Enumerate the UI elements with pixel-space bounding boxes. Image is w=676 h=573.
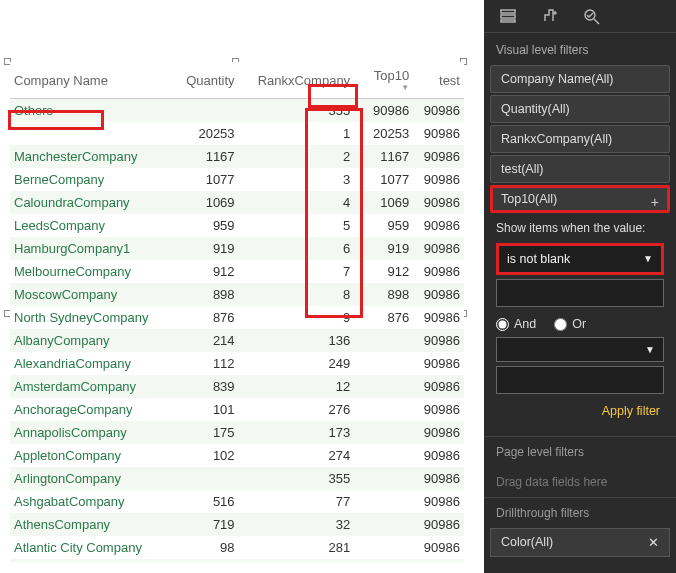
cell-company: AlexandriaCompany <box>10 352 174 375</box>
cell-top10 <box>354 421 413 444</box>
condition-dropdown[interactable]: is not blank▼ <box>496 243 664 275</box>
table-row[interactable]: AppletonCompany10227490986 <box>10 444 464 467</box>
page-filters-heading: Page level filters <box>484 436 676 467</box>
table-visual[interactable]: Company Name Quantity RankxCompany Top10… <box>10 62 464 562</box>
cell-top10: 1167 <box>354 145 413 168</box>
cell-rankx: 8 <box>239 283 355 306</box>
analytics-tab-icon[interactable] <box>582 6 602 26</box>
cell-company: ManchesterCompany <box>10 145 174 168</box>
cell-top10: 919 <box>354 237 413 260</box>
cell-qty: 175 <box>174 421 239 444</box>
cell-qty: 516 <box>174 490 239 513</box>
cell-company: AnchorageCompany <box>10 398 174 421</box>
filter-card-rankx[interactable]: RankxCompany(All) <box>490 125 670 153</box>
table-row[interactable]: AlexandriaCompany11224990986 <box>10 352 464 375</box>
condition2-dropdown[interactable]: ▼ <box>496 337 664 362</box>
cell-top10 <box>354 559 413 562</box>
cell-rankx: 274 <box>239 444 355 467</box>
cell-qty <box>174 99 239 123</box>
condition2-value-input[interactable] <box>496 366 664 394</box>
cell-test: 90986 <box>413 421 464 444</box>
filter-card-color[interactable]: Color(All)✕ <box>490 528 670 557</box>
or-radio[interactable]: Or <box>554 317 586 331</box>
filter-card-company[interactable]: Company Name(All) <box>490 65 670 93</box>
cell-rankx: 276 <box>239 398 355 421</box>
and-radio[interactable]: And <box>496 317 536 331</box>
cell-company: AthensCompany <box>10 513 174 536</box>
table-row[interactable]: 2025312025390986 <box>10 122 464 145</box>
cell-qty: 98 <box>174 536 239 559</box>
table-row[interactable]: North SydneyCompany876987690986 <box>10 306 464 329</box>
cell-company: MoscowCompany <box>10 283 174 306</box>
table-row[interactable]: Others3559098690986 <box>10 99 464 123</box>
cell-rankx: 355 <box>239 467 355 490</box>
filter-card-quantity[interactable]: Quantity(All) <box>490 95 670 123</box>
cell-qty: 137 <box>174 559 239 562</box>
table-row[interactable]: AmsterdamCompany8391290986 <box>10 375 464 398</box>
col-header-quantity[interactable]: Quantity <box>174 62 239 99</box>
cell-rankx: 281 <box>239 536 355 559</box>
table-row[interactable]: MelbourneCompany912791290986 <box>10 260 464 283</box>
drag-fields-hint: Drag data fields here <box>484 467 676 497</box>
cell-company: BerneCompany <box>10 168 174 191</box>
cell-test: 90986 <box>413 306 464 329</box>
format-tab-icon[interactable] <box>540 6 560 26</box>
col-header-rankx[interactable]: RankxCompany <box>239 62 355 99</box>
cell-top10 <box>354 398 413 421</box>
cell-rankx: 9 <box>239 306 355 329</box>
table-row[interactable]: AshgabatCompany5167790986 <box>10 490 464 513</box>
cell-top10 <box>354 513 413 536</box>
cell-company: CaloundraCompany <box>10 191 174 214</box>
table-row[interactable]: AlbanyCompany21413690986 <box>10 329 464 352</box>
table-row[interactable]: AnnapolisCompany17517390986 <box>10 421 464 444</box>
cell-top10: 912 <box>354 260 413 283</box>
cell-company: LeedsCompany <box>10 214 174 237</box>
table-row[interactable]: AnchorageCompany10127690986 <box>10 398 464 421</box>
cell-top10 <box>354 329 413 352</box>
chevron-down-icon: ▼ <box>645 344 655 355</box>
table-row[interactable]: BerneCompany10773107790986 <box>10 168 464 191</box>
cell-company: AttleboroCompany <box>10 559 174 562</box>
cell-test: 90986 <box>413 444 464 467</box>
table-row[interactable]: ManchesterCompany11672116790986 <box>10 145 464 168</box>
filter-card-top10[interactable]: Top10(All)+ <box>490 185 670 213</box>
svg-rect-1 <box>501 15 515 18</box>
table-row[interactable]: Atlantic City Company9828190986 <box>10 536 464 559</box>
col-header-top10[interactable]: Top10▼ <box>354 62 413 99</box>
cell-rankx: 77 <box>239 490 355 513</box>
cell-company: HamburgCompany1 <box>10 237 174 260</box>
fields-tab-icon[interactable] <box>498 6 518 26</box>
table-row[interactable]: MoscowCompany898889890986 <box>10 283 464 306</box>
cell-top10: 90986 <box>354 99 413 123</box>
cell-rankx: 1 <box>239 122 355 145</box>
cell-qty: 1069 <box>174 191 239 214</box>
cell-rankx: 12 <box>239 375 355 398</box>
cell-qty: 898 <box>174 283 239 306</box>
cell-top10: 1077 <box>354 168 413 191</box>
close-icon[interactable]: ✕ <box>648 535 659 550</box>
table-row[interactable]: AthensCompany7193290986 <box>10 513 464 536</box>
condition-value-input[interactable] <box>496 279 664 307</box>
table-row[interactable]: AttleboroCompany13721390986 <box>10 559 464 562</box>
table-row[interactable]: ArlingtonCompany35590986 <box>10 467 464 490</box>
cell-qty: 102 <box>174 444 239 467</box>
cell-qty: 876 <box>174 306 239 329</box>
apply-filter-button[interactable]: Apply filter <box>496 394 664 432</box>
cell-test: 90986 <box>413 283 464 306</box>
show-items-label: Show items when the value: <box>496 221 664 237</box>
col-header-company[interactable]: Company Name <box>10 62 174 99</box>
filter-card-test[interactable]: test(All) <box>490 155 670 183</box>
svg-point-3 <box>554 12 556 14</box>
table-row[interactable]: LeedsCompany959595990986 <box>10 214 464 237</box>
cell-top10 <box>354 444 413 467</box>
cell-qty: 719 <box>174 513 239 536</box>
cell-test: 90986 <box>413 191 464 214</box>
table-row[interactable]: HamburgCompany1919691990986 <box>10 237 464 260</box>
cell-test: 90986 <box>413 490 464 513</box>
cell-test: 90986 <box>413 237 464 260</box>
table-row[interactable]: CaloundraCompany10694106990986 <box>10 191 464 214</box>
cell-qty: 101 <box>174 398 239 421</box>
col-header-test[interactable]: test <box>413 62 464 99</box>
expand-icon[interactable]: + <box>651 194 659 210</box>
report-canvas[interactable]: ⛶ ⋯ Company Name Quantity RankxCompany T… <box>0 0 484 573</box>
